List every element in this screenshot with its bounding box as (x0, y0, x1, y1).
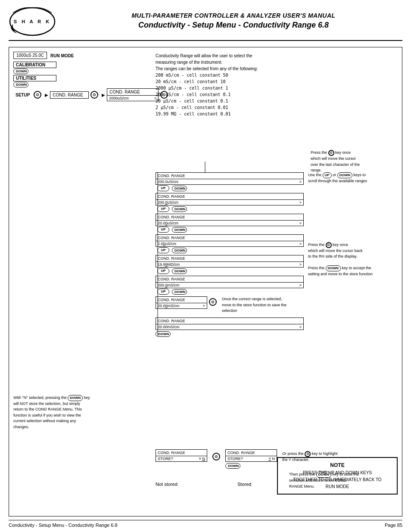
enter-btn-3[interactable]: ⊙ (160, 91, 168, 99)
desc-range-1: 200 mS/cm - cell constant 50 (156, 72, 367, 78)
logo-svg: S H A R K (9, 4, 56, 37)
header-title-top: MULTI-PARAMETER CONTROLLER & ANALYZER US… (65, 12, 402, 19)
seq-item-7-box: COND. RANGE 20.00mS/cm> (156, 296, 207, 309)
store-value-2: STORE? Y N (225, 456, 277, 462)
up-btn-1[interactable]: UP (157, 185, 169, 191)
up-icon-ann: UP (323, 172, 332, 178)
store-box-2: COND. RANGE STORE? Y N DOWN (225, 449, 277, 469)
arrow-1: ▶ (45, 93, 48, 97)
seq-item-3: COND. RANGE 20.00uS/cm> UP DOWN (156, 214, 304, 233)
annotation-with-n: With "N" selected, pressing the DOWN key… (13, 395, 121, 430)
description-block: Conductivity Range will allow the user t… (156, 53, 367, 117)
up-btn-3[interactable]: UP (157, 227, 169, 233)
seq-item-5: COND. RANGE 19.99MΩ/cm> UP DOWN (156, 255, 304, 274)
arrow-enter-2: ⊙ (90, 91, 98, 99)
header-title-bottom: Conductivity - Setup Menu - Conductivity… (65, 21, 402, 30)
down-btn-8[interactable]: DOWN (156, 331, 171, 337)
seq-value-8: 20.00mS/cm> (156, 324, 304, 330)
desc-range-2: 20 mS/cm - cell constant 10 (156, 78, 367, 85)
store-value-1: STORE? Y N (156, 456, 207, 462)
seq-item-2: COND. RANGE 200.0uS/cm> UP DOWN (156, 193, 304, 212)
seq-value-2: 200.0uS/cm> (156, 200, 304, 205)
enter-btn-2[interactable]: ⊙ (90, 91, 98, 99)
seq-value-7: 20.00mS/cm> (156, 303, 207, 309)
down-btn-1[interactable]: DOWN (172, 186, 187, 191)
header: S H A R K MULTI-PARAMETER CONTROLLER & A… (9, 4, 402, 41)
setup-nav: SETUP ⊙ ▶ COND. RANGE ⊙ ▶ COND. RANGE 20… (13, 88, 170, 101)
store-cond-label-2: COND. RANGE (225, 449, 277, 456)
stored-label: Stored (237, 482, 251, 487)
enter-icon-2: ⊙ (326, 242, 332, 248)
seq-cond-label-2: COND. RANGE (156, 193, 304, 200)
arrow-enter-1: ⊙ (34, 91, 41, 99)
seq-value-3: 20.00uS/cm> (156, 221, 304, 226)
annotation-press-enter-1: Press the ⊙ key once which will move the… (311, 150, 397, 174)
seq-item-6: COND. RANGE 200.0mS/cm> UP DOWN (156, 276, 304, 295)
desc-line2: measuring range of the instrument. (156, 59, 367, 65)
note-line1: PRESS THE UP AND DOWN KEYS (283, 470, 392, 476)
down-btn-5[interactable]: DOWN (172, 268, 187, 274)
store-box-1: COND. RANGE STORE? Y N (156, 449, 207, 462)
note-box: NOTE PRESS THE UP AND DOWN KEYS TOGETHER… (277, 457, 398, 495)
desc-range-4: 200 µS/cm - cell constant 0.1 (156, 91, 367, 98)
calibration-down-btn[interactable]: DOWN (13, 68, 28, 74)
note-line3: RUN MODE (283, 483, 392, 490)
seq-value-4: 2.00uS/cm> (156, 241, 304, 247)
utilities-nav: UTILITIES DOWN (13, 75, 170, 87)
calibration-nav: CALIBRATION DOWN (13, 62, 170, 74)
cond-range-label-1: COND. RANGE (107, 88, 159, 96)
up-btn-4[interactable]: UP (157, 247, 169, 253)
note-line2: TOGETHER TO GO IMMEDIATELY BACK TO (283, 476, 392, 483)
up-btn-2[interactable]: UP (157, 206, 169, 212)
seq-btns-8: DOWN (156, 331, 304, 337)
seq-cond-label-5: COND. RANGE (156, 255, 304, 262)
logo-area: S H A R K (9, 4, 65, 37)
seq-cond-label-8: COND. RANGE (156, 317, 304, 324)
enter-btn-store[interactable]: ⊙ (212, 453, 220, 460)
down-btn-4[interactable]: DOWN (172, 248, 187, 253)
seq-btns-2: UP DOWN (157, 206, 304, 212)
note-title: NOTE (283, 461, 392, 470)
nav-menu: 1000uS 25.0C RUN MODE CALIBRATION DOWN U… (13, 52, 170, 101)
annotation-once-correct: Once the correct range is selected, move… (222, 296, 304, 314)
down-btn-3[interactable]: DOWN (172, 227, 187, 233)
up-btn-5[interactable]: UP (157, 268, 169, 274)
seq-value-6: 200.0mS/cm> (156, 283, 304, 288)
enter-btn-7[interactable]: ⊙ (209, 298, 217, 306)
seq-item-1: COND. RANGE 200.0uS/cm> UP DOWN (156, 172, 304, 191)
seq-item-8: COND. RANGE 20.00mS/cm> DOWN (156, 317, 304, 337)
seq-cond-label-4: COND. RANGE (156, 234, 304, 241)
seq-btns-6: UP DOWN (157, 289, 304, 295)
seq-cond-label-1: COND. RANGE (156, 172, 304, 179)
down-icon-ann-2: DOWN (326, 265, 341, 271)
footer-left: Conductivity - Setup Menu - Conductivity… (9, 523, 118, 528)
utilities-label: UTILITIES (13, 75, 56, 81)
seq-cond-label-3: COND. RANGE (156, 214, 304, 221)
page-container: S H A R K MULTI-PARAMETER CONTROLLER & A… (0, 0, 411, 532)
scroll-sequence: Use the UP or DOWN keys to scroll throug… (156, 172, 304, 338)
down-btn-6[interactable]: DOWN (172, 289, 187, 295)
desc-range-3: 2000 µS/cm - cell constant 1 (156, 85, 367, 91)
seq-btns-1: UP DOWN (157, 185, 304, 191)
seq-cond-label-7: COND. RANGE (156, 296, 207, 303)
arrow-2: ▶ (102, 93, 105, 97)
footer: Conductivity - Setup Menu - Conductivity… (9, 520, 402, 528)
seq-item-4: COND. RANGE 2.00uS/cm> UP DOWN (156, 234, 304, 253)
enter-btn-1[interactable]: ⊙ (34, 91, 41, 99)
down-btn-2[interactable]: DOWN (172, 206, 187, 212)
utilities-down-btn[interactable]: DOWN (13, 82, 28, 87)
up-btn-6[interactable]: UP (157, 289, 169, 295)
arrow-enter-3: ⊙ (160, 91, 168, 99)
footer-right: Page 85 (385, 523, 402, 528)
seq-value-1: 200.0uS/cm> (156, 179, 304, 185)
desc-range-5: 20 µS/cm - cell constant 0.1 (156, 98, 367, 104)
arrow-enter-store: ⊙ (212, 453, 220, 460)
main-content: Conductivity Range will allow the user t… (9, 47, 402, 516)
store-cond-label-1: COND. RANGE (156, 449, 207, 456)
down-btn-store[interactable]: DOWN (225, 463, 240, 469)
display-box: 1000uS 25.0C (13, 52, 47, 59)
seq-item-7: COND. RANGE 20.00mS/cm> ⊙ Once the corre… (156, 296, 304, 314)
store-btns-2: DOWN (225, 463, 277, 469)
header-text: MULTI-PARAMETER CONTROLLER & ANALYZER US… (65, 12, 402, 30)
annotation-press-enter-2: Press the ⊙ key once which will move the… (308, 242, 394, 277)
